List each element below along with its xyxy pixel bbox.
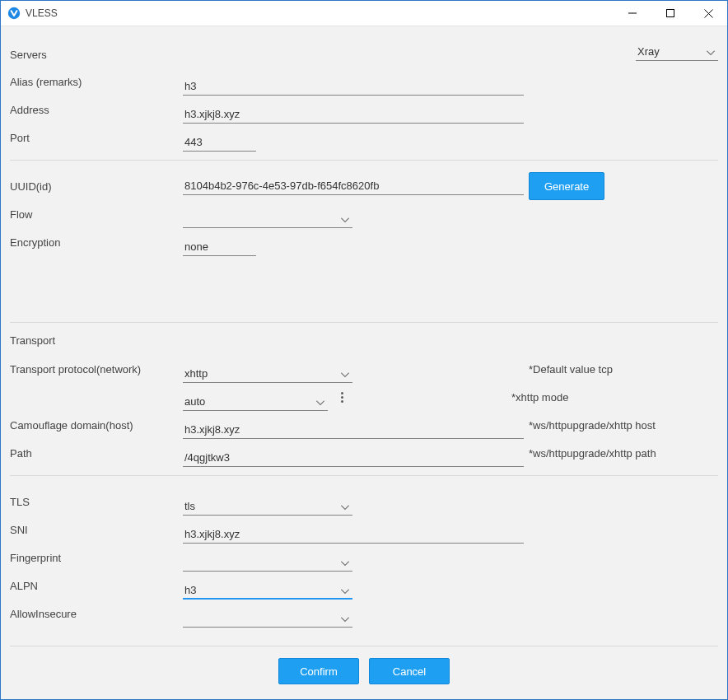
alpn-value: h3 bbox=[184, 584, 196, 596]
more-options-icon[interactable] bbox=[339, 389, 345, 406]
alias-label: Alias (remarks) bbox=[1, 76, 183, 88]
camouflage-host-hint: *ws/httpupgrade/xhttp host bbox=[520, 419, 727, 432]
svg-rect-2 bbox=[667, 10, 674, 17]
encryption-input[interactable] bbox=[183, 238, 256, 256]
tls-select[interactable]: tls bbox=[183, 497, 352, 516]
alpn-select[interactable]: h3 bbox=[183, 581, 352, 600]
uuid-input[interactable] bbox=[183, 177, 524, 195]
camouflage-host-input[interactable] bbox=[183, 421, 524, 439]
engine-select[interactable]: Xray bbox=[636, 43, 718, 61]
close-button[interactable] bbox=[689, 1, 727, 26]
xhttp-mode-value: auto bbox=[184, 395, 205, 408]
flow-select[interactable] bbox=[183, 210, 352, 228]
fingerprint-label: Fingerprint bbox=[1, 552, 183, 564]
port-input[interactable] bbox=[183, 133, 256, 152]
generate-button[interactable]: Generate bbox=[529, 172, 604, 200]
alpn-label: ALPN bbox=[1, 580, 183, 592]
app-icon bbox=[7, 7, 21, 20]
sni-label: SNI bbox=[1, 524, 183, 536]
window-title: VLESS bbox=[26, 7, 614, 19]
encryption-label: Encryption bbox=[1, 236, 183, 249]
address-input[interactable] bbox=[183, 105, 524, 124]
engine-value: Xray bbox=[637, 45, 660, 58]
xhttp-mode-hint: *xhttp mode bbox=[503, 391, 727, 404]
form-area: Servers Xray Alias (remarks) bbox=[1, 35, 727, 646]
tls-value: tls bbox=[184, 500, 195, 512]
path-input[interactable] bbox=[183, 449, 524, 467]
transport-protocol-hint: *Default value tcp bbox=[520, 363, 727, 376]
flow-label: Flow bbox=[1, 208, 183, 221]
window-controls bbox=[614, 1, 727, 26]
fingerprint-select[interactable] bbox=[183, 553, 352, 572]
allowinsecure-select[interactable] bbox=[183, 609, 352, 628]
cancel-button[interactable]: Cancel bbox=[369, 658, 450, 684]
alias-input[interactable] bbox=[183, 77, 524, 96]
transport-protocol-select[interactable]: xhttp bbox=[183, 365, 352, 383]
transport-protocol-label: Transport protocol(network) bbox=[1, 363, 183, 376]
minimize-button[interactable] bbox=[614, 1, 651, 26]
maximize-button[interactable] bbox=[651, 1, 689, 26]
port-label: Port bbox=[1, 132, 183, 144]
allowinsecure-label: AllowInsecure bbox=[1, 608, 183, 620]
titlebar: VLESS bbox=[1, 1, 727, 26]
bottom-bar: Confirm Cancel bbox=[10, 646, 718, 699]
camouflage-host-label: Camouflage domain(host) bbox=[1, 419, 183, 432]
client-area: Servers Xray Alias (remarks) bbox=[1, 26, 727, 699]
transport-protocol-value: xhttp bbox=[184, 367, 208, 380]
vless-window: VLESS Servers Xray bbox=[0, 0, 728, 700]
svg-point-0 bbox=[8, 7, 20, 19]
transport-heading: Transport bbox=[1, 334, 727, 355]
xhttp-mode-select[interactable]: auto bbox=[183, 393, 328, 411]
path-label: Path bbox=[1, 447, 183, 460]
sni-input[interactable] bbox=[183, 525, 524, 544]
confirm-button[interactable]: Confirm bbox=[278, 658, 359, 684]
address-label: Address bbox=[1, 104, 183, 116]
tls-label: TLS bbox=[1, 496, 183, 508]
path-hint: *ws/httpupgrade/xhttp path bbox=[520, 447, 727, 460]
servers-heading: Servers bbox=[10, 49, 636, 61]
uuid-label: UUID(id) bbox=[1, 180, 183, 193]
